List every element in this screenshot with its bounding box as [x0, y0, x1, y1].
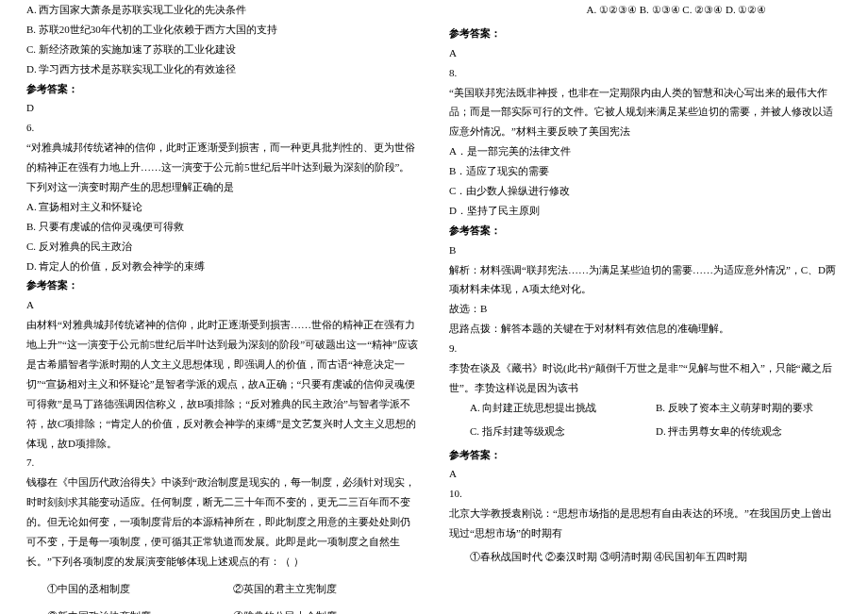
- q6-opt-b: B. 只要有虔诚的信仰灵魂便可得救: [26, 217, 419, 237]
- q6-opt-a: A. 宣扬相对主义和怀疑论: [26, 197, 419, 217]
- q7-opt3: ③新中国政治协商制度: [47, 606, 233, 614]
- q5-opt-a: A. 西方国家大萧条是苏联实现工业化的先决条件: [26, 0, 419, 20]
- left-column: A. 西方国家大萧条是苏联实现工业化的先决条件 B. 苏联20世纪30年代初的工…: [26, 0, 419, 614]
- q5-opt-d: D. 学习西方技术是苏联实现工业化的有效途径: [26, 59, 419, 79]
- q6-opt-d: D. 肯定人的价值，反对教会神学的束缚: [26, 257, 419, 276]
- q9-opt-d: D. 抨击男尊女卑的传统观念: [656, 422, 842, 441]
- q6-answer: A: [26, 295, 419, 315]
- q9-opts-row2: C. 指斥封建等级观念 D. 抨击男尊女卑的传统观念: [449, 422, 842, 441]
- q7-answer-label: 参考答案：: [449, 24, 842, 43]
- q7-opt2: ②英国的君主立宪制度: [233, 579, 419, 599]
- q8-opt-b: B．适应了现实的需要: [449, 161, 842, 181]
- q9-opt-c: C. 指斥封建等级观念: [470, 422, 656, 441]
- q10-opts: ①春秋战国时代 ②秦汉时期 ③明清时期 ④民国初年五四时期: [449, 547, 842, 567]
- q5-opt-c: C. 新经济政策的实施加速了苏联的工业化建设: [26, 40, 419, 59]
- q8-opt-a: A．是一部完美的法律文件: [449, 141, 842, 161]
- q6-stem: “对雅典城邦传统诸神的信仰，此时正逐渐受到损害，而一种更具批判性的、更为世俗的精…: [26, 138, 419, 197]
- q7-opts-row2: ③新中国政治协商制度 ④雅典的公民大会制度: [26, 606, 419, 614]
- q9-opt-a: A. 向封建正统思想提出挑战: [470, 398, 656, 418]
- q8-opt-c: C．由少数人操纵进行修改: [449, 181, 842, 201]
- q7-opt1: ①中国的丞相制度: [47, 579, 233, 599]
- q5-answer-label: 参考答案：: [26, 79, 419, 99]
- q7-answer: A: [449, 43, 842, 63]
- q6-opt-c: C. 反对雅典的民主政治: [26, 237, 419, 257]
- q9-answer: A: [449, 464, 842, 484]
- q8-explain1: 解析：材料强调“联邦宪法……为满足某些迫切的需要……为适应意外情况”，C、D两项…: [449, 260, 842, 300]
- q7-opts-row1: ①中国的丞相制度 ②英国的君主立宪制度: [26, 579, 419, 599]
- q10-stem: 北京大学教授袁刚说：“思想市场指的是思想有自由表达的环境。”在我国历史上曾出现过…: [449, 504, 842, 543]
- q6-answer-label: 参考答案：: [26, 275, 419, 295]
- q9-stem: 李贽在谈及《藏书》时说(此书)“颠倒千万世之是非”“见解与世不相入”，只能“藏之…: [449, 358, 842, 398]
- q8-opt-d: D．坚持了民主原则: [449, 201, 842, 221]
- q9-number: 9.: [449, 339, 842, 358]
- q7-stem: 钱穆在《中国历代政治得失》中谈到“政治制度是现实的，每一制度，必须针对现实，时时…: [26, 473, 419, 571]
- q8-answer: B: [449, 241, 842, 260]
- q5-opt-b: B. 苏联20世纪30年代初的工业化依赖于西方大国的支持: [26, 20, 419, 40]
- q9-answer-label: 参考答案：: [449, 445, 842, 465]
- q7-abcd-opts: A. ①②③④ B. ①③④ C. ②③④ D. ①②④: [449, 0, 842, 20]
- q6-explain: 由材料“对雅典城邦传统诸神的信仰，此时正逐渐受到损害……世俗的精神正在强有力地上…: [26, 315, 419, 453]
- right-column: A. ①②③④ B. ①③④ C. ②③④ D. ①②④ 参考答案： A 8. …: [449, 0, 842, 614]
- q8-answer-label: 参考答案：: [449, 221, 842, 241]
- q9-opts-row1: A. 向封建正统思想提出挑战 B. 反映了资本主义萌芽时期的要求: [449, 398, 842, 418]
- q8-stem: “美国联邦宪法既非神授，也非在一定期限内由人类的智慧和决心写出来的最伟大作品；而…: [449, 83, 842, 142]
- q9-opt-b: B. 反映了资本主义萌芽时期的要求: [656, 398, 842, 418]
- q7-number: 7.: [26, 453, 419, 473]
- q5-answer: D: [26, 98, 419, 118]
- q8-explain2: 故选：B: [449, 299, 842, 319]
- q6-number: 6.: [26, 118, 419, 138]
- q8-explain3: 思路点拨：解答本题的关键在于对材料有效信息的准确理解。: [449, 319, 842, 339]
- q8-number: 8.: [449, 63, 842, 83]
- q10-number: 10.: [449, 484, 842, 504]
- q7-opt4: ④雅典的公民大会制度: [233, 606, 419, 614]
